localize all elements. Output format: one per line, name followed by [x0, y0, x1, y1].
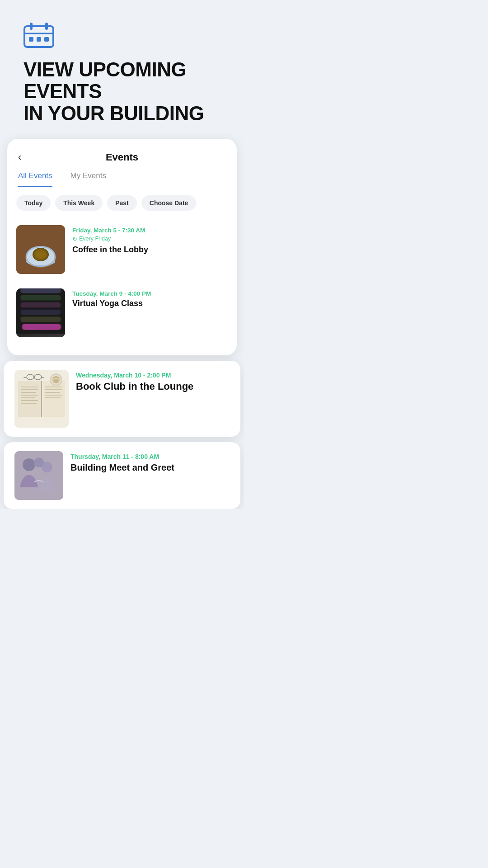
event-name-book: Book Club in the Lounge: [76, 381, 230, 392]
list-item[interactable]: Thursday, March 11 - 8:00 AM Building Me…: [4, 442, 240, 509]
tab-my-events[interactable]: My Events: [70, 171, 106, 187]
svg-point-9: [27, 246, 54, 262]
event-info-book: Wednesday, March 10 - 2:00 PM Book Club …: [76, 370, 230, 392]
svg-point-8: [25, 248, 56, 268]
back-button[interactable]: ‹: [18, 151, 21, 163]
event-image-book: [14, 370, 69, 428]
filter-today[interactable]: Today: [16, 195, 51, 211]
filter-past[interactable]: Past: [107, 195, 137, 211]
svg-rect-22: [21, 310, 61, 315]
svg-point-12: [33, 247, 49, 253]
list-item[interactable]: Wednesday, March 10 - 2:00 PM Book Club …: [4, 361, 240, 437]
svg-rect-16: [21, 288, 61, 293]
list-item[interactable]: Friday, March 5 - 7:30 AM ↻ Every Friday…: [7, 218, 237, 281]
event-repeat-coffee: ↻ Every Friday: [72, 236, 228, 242]
svg-rect-4: [29, 37, 33, 42]
tabs-row: All Events My Events: [7, 163, 237, 187]
event-date-book: Wednesday, March 10 - 2:00 PM: [76, 372, 230, 379]
hero-section: VIEW UPCOMING EVENTS IN YOUR BUILDING: [0, 0, 244, 139]
event-info-yoga: Tuesday, March 9 - 4:00 PM Virtual Yoga …: [72, 288, 228, 309]
svg-rect-7: [16, 225, 65, 274]
svg-rect-5: [37, 37, 41, 42]
filter-this-week[interactable]: This Week: [55, 195, 103, 211]
svg-rect-1: [30, 23, 33, 30]
event-name-meetgreet: Building Meet and Greet: [70, 462, 230, 473]
svg-point-13: [34, 248, 47, 253]
tab-all-events[interactable]: All Events: [18, 171, 52, 187]
event-date-meetgreet: Thursday, March 11 - 8:00 AM: [70, 453, 230, 460]
svg-rect-24: [21, 317, 61, 322]
svg-point-54: [34, 458, 44, 467]
book-club-card[interactable]: Wednesday, March 10 - 2:00 PM Book Club …: [4, 361, 240, 437]
event-info-meetgreet: Thursday, March 11 - 8:00 AM Building Me…: [70, 451, 230, 473]
repeat-icon: ↻: [72, 236, 77, 242]
svg-point-10: [26, 257, 55, 266]
app-card: ‹ Events All Events My Events Today This…: [7, 139, 237, 355]
meet-greet-card[interactable]: Thursday, March 11 - 8:00 AM Building Me…: [4, 442, 240, 509]
svg-rect-20: [21, 302, 61, 307]
event-image-coffee: [16, 225, 65, 274]
event-name-yoga: Virtual Yoga Class: [72, 299, 228, 309]
events-title: Events: [106, 151, 138, 163]
svg-rect-26: [23, 324, 61, 330]
svg-rect-0: [24, 26, 53, 47]
calendar-icon: [23, 22, 221, 59]
svg-point-11: [28, 257, 53, 264]
event-date-coffee: Friday, March 5 - 7:30 AM: [72, 227, 228, 234]
svg-rect-18: [21, 295, 61, 300]
filter-row: Today This Week Past Choose Date: [7, 187, 237, 214]
svg-rect-2: [45, 23, 48, 30]
events-list: Friday, March 5 - 7:30 AM ↻ Every Friday…: [7, 214, 237, 355]
svg-rect-29: [42, 381, 65, 417]
event-name-coffee: Coffee in the Lobby: [72, 245, 228, 255]
hero-title: VIEW UPCOMING EVENTS IN YOUR BUILDING: [23, 59, 221, 124]
svg-rect-28: [18, 381, 41, 417]
svg-point-52: [23, 458, 35, 471]
list-item[interactable]: Tuesday, March 9 - 4:00 PM Virtual Yoga …: [7, 281, 237, 344]
filter-choose-date[interactable]: Choose Date: [141, 195, 197, 211]
event-image-meetgreet: [14, 451, 63, 500]
event-date-yoga: Tuesday, March 9 - 4:00 PM: [72, 290, 228, 297]
card-header: ‹ Events: [7, 139, 237, 163]
event-image-yoga: [16, 288, 65, 337]
event-info-coffee: Friday, March 5 - 7:30 AM ↻ Every Friday…: [72, 225, 228, 255]
svg-rect-6: [44, 37, 49, 42]
